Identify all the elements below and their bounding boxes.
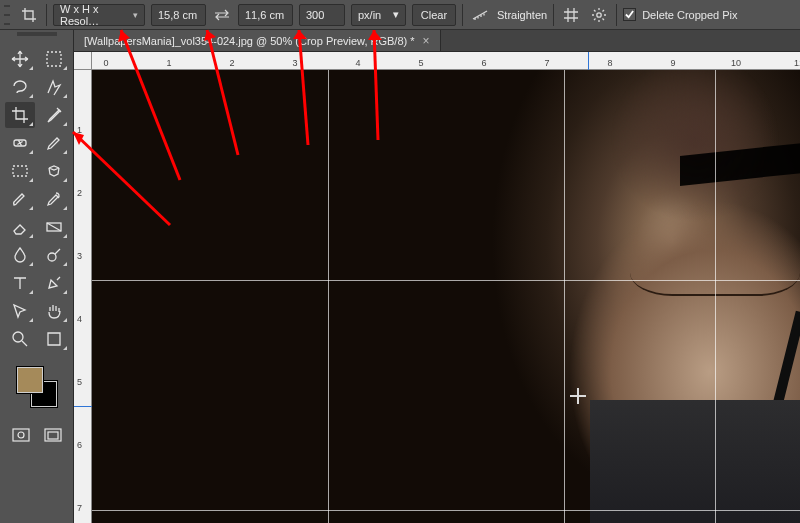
ruler-v-tick: 5: [77, 377, 82, 387]
type-tool[interactable]: [5, 270, 35, 296]
ruler-h-tick: 7: [544, 58, 549, 68]
ruler-h-tick: 0: [103, 58, 108, 68]
close-icon[interactable]: ×: [423, 34, 430, 48]
quick-select-tool[interactable]: [39, 74, 69, 100]
svg-point-8: [18, 432, 24, 438]
vertical-ruler[interactable]: 1 2 3 4 5 6 7: [74, 70, 92, 523]
color-swatches[interactable]: [16, 366, 62, 412]
crop-grid-line: [92, 280, 800, 281]
ruler-h-tick: 9: [670, 58, 675, 68]
ruler-h-tick: 11: [794, 58, 800, 68]
divider: [553, 4, 554, 26]
ruler-h-tick: 10: [731, 58, 741, 68]
crop-grid-line: [564, 70, 565, 523]
crop-height-value: 11,6 cm: [245, 9, 284, 21]
paintbrush-tool[interactable]: [5, 186, 35, 212]
screen-mode-icons: [4, 428, 69, 442]
divider: [462, 4, 463, 26]
clear-button[interactable]: Clear: [412, 4, 456, 26]
rect-marquee-tool[interactable]: [39, 46, 69, 72]
crop-options-bar: W x H x Resol… ▾ 15,8 cm 11,6 cm 300 px/…: [0, 0, 800, 30]
ruler-h-tick: 5: [418, 58, 423, 68]
crop-tool[interactable]: [5, 102, 35, 128]
delete-cropped-checkbox[interactable]: [623, 8, 636, 21]
crop-tool-active-icon: [18, 4, 40, 26]
healing-brush-tool[interactable]: [5, 130, 35, 156]
marquee-alt-tool[interactable]: [5, 158, 35, 184]
ruler-x-marker: [588, 52, 589, 70]
horizontal-ruler[interactable]: 0 1 2 3 4 5 6 7 8 9 10 11: [92, 52, 800, 70]
svg-point-5: [48, 253, 56, 261]
ruler-v-tick: 2: [77, 188, 82, 198]
svg-rect-1: [47, 52, 61, 66]
hand-tool[interactable]: [39, 298, 69, 324]
zoom-tool[interactable]: [5, 326, 35, 352]
toolbox-handle[interactable]: [0, 30, 73, 38]
move-tool[interactable]: [5, 46, 35, 72]
divider: [616, 4, 617, 26]
crop-resolution-value: 300: [306, 9, 324, 21]
brush-tool[interactable]: [39, 130, 69, 156]
ruler-h-tick: 4: [355, 58, 360, 68]
eraser-tool[interactable]: [5, 214, 35, 240]
ruler-h-tick: 1: [166, 58, 171, 68]
pen-tool[interactable]: [39, 270, 69, 296]
crop-preset-dropdown[interactable]: W x H x Resol… ▾: [53, 4, 145, 26]
image-content: [530, 70, 800, 523]
crop-width-input[interactable]: 15,8 cm: [151, 4, 206, 26]
clone-stamp-tool[interactable]: [39, 158, 69, 184]
chevron-down-icon: ▾: [133, 10, 138, 20]
gradient-tool[interactable]: [39, 214, 69, 240]
document-tab-label: [WallpapersMania]_vol354-024.jpg @ 50% (…: [84, 35, 415, 47]
overlay-grid-button[interactable]: [560, 4, 582, 26]
crop-grid-line: [92, 510, 800, 511]
ruler-v-tick: 3: [77, 251, 82, 261]
chevron-down-icon: ▾: [393, 8, 399, 21]
swap-dimensions-button[interactable]: [212, 4, 232, 26]
quickmask-icon[interactable]: [12, 428, 30, 442]
divider: [46, 4, 47, 26]
document-tab-strip: [WallpapersMania]_vol354-024.jpg @ 50% (…: [74, 30, 800, 52]
blur-tool[interactable]: [5, 242, 35, 268]
crop-options-gear-icon[interactable]: [588, 4, 610, 26]
resolution-unit-label: px/in: [358, 9, 381, 21]
document-canvas[interactable]: [92, 70, 800, 523]
svg-rect-3: [13, 166, 27, 176]
ruler-h-tick: 3: [292, 58, 297, 68]
svg-rect-10: [48, 432, 58, 439]
history-brush-tool[interactable]: [39, 186, 69, 212]
straighten-icon[interactable]: [469, 4, 491, 26]
crop-height-input[interactable]: 11,6 cm: [238, 4, 293, 26]
extra-tool[interactable]: [39, 326, 69, 352]
ruler-h-tick: 2: [229, 58, 234, 68]
svg-rect-7: [13, 429, 29, 441]
ruler-v-tick: 7: [77, 503, 82, 513]
crop-preset-label: W x H x Resol…: [60, 3, 133, 27]
svg-point-6: [13, 332, 23, 342]
ruler-v-tick: 1: [77, 125, 82, 135]
canvas-area: 0 1 2 3 4 5 6 7 8 9 10 11 1 2 3 4 5 6 7: [74, 52, 800, 523]
screenmode-icon[interactable]: [44, 428, 62, 442]
tool-grid: [4, 46, 69, 352]
resolution-unit-dropdown[interactable]: px/in ▾: [351, 4, 406, 26]
options-bar-grip[interactable]: [4, 5, 10, 25]
eyedropper-tool[interactable]: [39, 102, 69, 128]
clear-label: Clear: [421, 9, 447, 21]
ruler-h-tick: 6: [481, 58, 486, 68]
delete-cropped-label: Delete Cropped Pix: [642, 9, 737, 21]
ruler-h-tick: 8: [607, 58, 612, 68]
ruler-v-tick: 4: [77, 314, 82, 324]
svg-point-0: [597, 12, 601, 16]
crop-center-marker: [570, 388, 586, 404]
foreground-swatch[interactable]: [16, 366, 44, 394]
document-tab[interactable]: [WallpapersMania]_vol354-024.jpg @ 50% (…: [74, 30, 441, 51]
crop-resolution-input[interactable]: 300: [299, 4, 345, 26]
straighten-label[interactable]: Straighten: [497, 9, 547, 21]
dodge-tool[interactable]: [39, 242, 69, 268]
path-select-tool[interactable]: [5, 298, 35, 324]
toolbox-panel: [0, 30, 74, 523]
lasso-tool[interactable]: [5, 74, 35, 100]
ruler-y-marker: [74, 406, 92, 407]
ruler-v-tick: 6: [77, 440, 82, 450]
ruler-corner: [74, 52, 92, 70]
